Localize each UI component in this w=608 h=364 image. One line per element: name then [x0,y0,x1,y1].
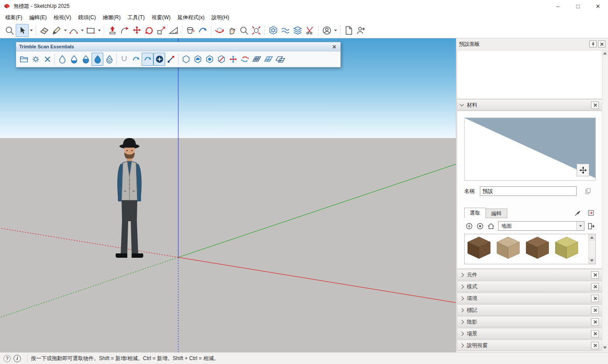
rectangle-tool-icon[interactable] [85,24,97,37]
select-tool-dropdown[interactable] [29,25,34,36]
scan-hex-outline-icon[interactable] [180,53,192,66]
menu-edit[interactable]: 編輯(E) [26,13,50,23]
line-tool-dropdown[interactable] [63,25,68,36]
section-tags[interactable]: 標記 [457,304,602,316]
titlebar[interactable]: 無標題 - SketchUp 2025 – □ ✕ [0,0,608,12]
line-tool-icon[interactable] [51,24,63,37]
rectangle-tool-dropdown[interactable] [97,25,102,36]
scan-drop-full-icon[interactable] [92,53,103,66]
scan-settings-gear-icon[interactable] [30,53,41,66]
tab-edit[interactable]: 編輯 [486,209,507,218]
tray-scroll-up-icon[interactable] [602,50,608,56]
zoom-tool-icon[interactable] [238,24,250,37]
zoom-extents-icon[interactable] [250,24,262,37]
close-button[interactable]: ✕ [588,0,608,12]
section-styles[interactable]: 樣式 [457,281,602,292]
swatch-scrollbar[interactable] [588,234,595,264]
scan-mesh-c-icon[interactable] [274,53,286,66]
menu-help[interactable]: 說明(H) [208,13,233,23]
menu-camera[interactable]: 鏡頭(C) [75,13,99,23]
eraser-tool-icon[interactable] [38,24,51,37]
scan-hex-none-icon[interactable] [215,53,227,66]
scan-toolbar-titlebar[interactable]: Trimble Scan Essentials [16,42,340,51]
model-viewport[interactable]: Trimble Scan Essentials [0,38,456,353]
scan-add-point-icon[interactable] [153,53,165,66]
move-tool-icon[interactable] [131,24,143,37]
account-icon[interactable] [321,24,333,37]
arc-tool-dropdown[interactable] [80,25,85,36]
scale-tool-icon[interactable] [155,24,167,37]
tray-scroll-down-icon[interactable] [602,344,608,351]
section-instructor[interactable]: 說明視窗 [457,340,602,351]
menu-draw[interactable]: 繪圖(R) [99,13,124,23]
scan-point-line-icon[interactable] [165,53,177,66]
create-material-button[interactable] [577,164,589,176]
tray-pin-icon[interactable] [589,40,597,47]
material-swatch-grass-yellow[interactable] [553,235,580,261]
maximize-button[interactable]: □ [568,0,588,12]
select-tool-icon[interactable] [16,24,29,37]
scan-magnet-disabled-icon[interactable] [118,53,130,66]
materials-close-icon[interactable] [591,101,599,109]
home-icon[interactable] [486,222,496,230]
menu-file[interactable]: 檔案(F) [2,13,26,23]
orbit-tool-icon[interactable] [214,24,226,37]
section-scenes-close-icon[interactable] [591,330,599,337]
tags-layers-icon[interactable] [292,24,304,37]
geolocation-info-icon[interactable]: i [14,355,21,362]
section-shadows[interactable]: 陰影 [457,316,602,327]
help-icon[interactable]: ? [3,355,11,362]
material-name-input[interactable] [480,186,577,196]
scan-drop-empty-icon[interactable] [56,53,68,66]
scan-hex-cloud-icon[interactable] [192,53,204,66]
section-styles-close-icon[interactable] [591,283,599,290]
model-settings-icon[interactable] [267,24,279,37]
account-dropdown[interactable] [333,25,338,36]
create-in-model-icon[interactable] [464,222,474,230]
menu-window[interactable]: 視窗(W) [148,13,174,23]
tab-select[interactable]: 選取 [464,208,486,218]
scan-mesh-a-icon[interactable] [251,53,262,66]
section-shadows-close-icon[interactable] [591,318,599,326]
scan-swoosh-icon[interactable] [130,53,142,66]
eyedropper-icon[interactable] [573,209,583,217]
material-library-icon[interactable] [586,222,596,230]
section-instructor-close-icon[interactable] [591,342,599,349]
material-swatch-dark-brown-stone[interactable] [465,235,493,261]
material-swatch-brown-gravel[interactable] [524,235,551,261]
section-tags-close-icon[interactable] [591,307,599,314]
scan-rotate-axes-icon[interactable] [239,53,251,66]
collection-dropdown-arrow[interactable] [576,222,584,230]
scan-toolbar-close-icon[interactable] [330,44,337,50]
scan-drop-hatched-icon[interactable] [103,53,115,66]
add-person-icon[interactable] [355,24,367,37]
scale-figure[interactable] [105,135,153,266]
section-plane-icon[interactable] [304,24,316,37]
secondary-pane-icon[interactable] [586,209,596,217]
collection-dropdown[interactable]: 地面 [498,221,584,231]
pan-tool-icon[interactable] [226,24,238,37]
rotate-tool-icon[interactable] [143,24,155,37]
scan-swoosh-selected-icon[interactable] [142,53,153,66]
duplicate-material-icon[interactable] [583,186,593,196]
push-pull-tool-icon[interactable] [106,24,119,37]
swatch-scroll-up-icon[interactable] [589,234,595,241]
paint-bucket-tool-icon[interactable] [184,24,197,37]
scan-hex-sphere-icon[interactable] [204,53,215,66]
swatch-scroll-down-icon[interactable] [589,257,595,264]
tape-measure-tool-icon[interactable] [167,24,180,37]
scan-open-folder-icon[interactable] [18,53,30,66]
section-components-close-icon[interactable] [591,271,599,279]
section-scenes[interactable]: 場景 [457,328,602,339]
arc-tool-icon[interactable] [68,24,80,37]
new-model-icon[interactable] [343,24,355,37]
menu-view[interactable]: 檢視(V) [50,13,75,23]
material-swatch-beige-stone[interactable] [495,235,522,261]
tray-close-icon[interactable] [598,40,605,47]
walk-tool-icon[interactable] [197,24,209,37]
menu-extensions[interactable]: 延伸程式(x) [174,13,208,23]
scan-drop-half-icon[interactable] [80,53,92,66]
menu-tools[interactable]: 工具(T) [124,13,148,23]
scan-mesh-b-icon[interactable] [262,53,274,66]
materials-section-header[interactable]: 材料 [457,99,602,111]
